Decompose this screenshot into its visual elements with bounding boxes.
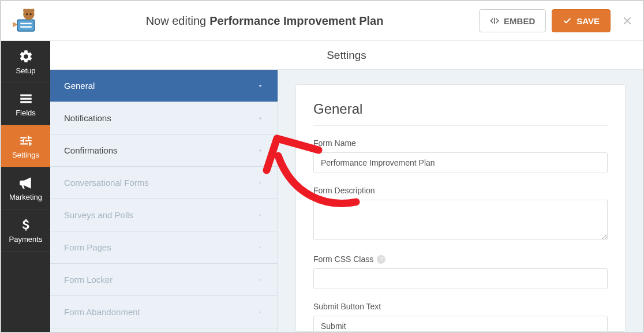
settings-item-label: Confirmations bbox=[64, 145, 118, 155]
nav-label: Setup bbox=[16, 66, 36, 75]
code-icon bbox=[490, 16, 499, 25]
form-css-label: Form CSS Class ? bbox=[313, 255, 608, 264]
submit-button-label: Submit Button Text bbox=[313, 302, 608, 311]
chevron-down-icon bbox=[257, 83, 264, 89]
top-actions: EMBED SAVE bbox=[479, 9, 613, 32]
nav-label: Payments bbox=[9, 235, 43, 244]
editing-title: Now editing Performance Improvement Plan bbox=[50, 14, 479, 28]
top-bar: Now editing Performance Improvement Plan… bbox=[1, 1, 643, 41]
settings-item-form-abandonment[interactable]: Form Abandonment bbox=[50, 296, 278, 328]
svg-rect-0 bbox=[17, 20, 34, 31]
content-title: Settings bbox=[50, 41, 643, 70]
chevron-right-icon bbox=[257, 179, 264, 186]
form-css-row: Form CSS Class ? bbox=[313, 255, 608, 289]
save-button[interactable]: SAVE bbox=[552, 9, 611, 32]
divider bbox=[313, 125, 608, 126]
settings-item-surveys-and-polls[interactable]: Surveys and Polls bbox=[50, 199, 278, 231]
list-icon bbox=[18, 91, 33, 106]
content-title-text: Settings bbox=[327, 49, 366, 62]
form-name-input[interactable] bbox=[313, 152, 608, 173]
editing-prefix: Now editing bbox=[146, 14, 207, 28]
chevron-right-icon bbox=[257, 309, 264, 316]
settings-item-label: Conversational Forms bbox=[64, 178, 149, 188]
chevron-right-icon bbox=[257, 276, 264, 283]
help-icon[interactable]: ? bbox=[377, 255, 385, 264]
settings-item-general[interactable]: General bbox=[50, 70, 278, 102]
chevron-right-icon bbox=[257, 244, 264, 251]
settings-item-label: General bbox=[64, 81, 95, 91]
nav-label: Settings bbox=[12, 151, 39, 159]
svg-point-5 bbox=[31, 9, 35, 13]
bullhorn-icon bbox=[18, 175, 33, 190]
check-icon bbox=[563, 16, 572, 25]
svg-point-4 bbox=[23, 9, 27, 13]
form-css-input[interactable] bbox=[313, 268, 608, 289]
nav-fields[interactable]: Fields bbox=[1, 83, 50, 125]
dollar-icon bbox=[18, 218, 33, 233]
content-area: Settings GeneralNotificationsConfirmatio… bbox=[50, 41, 643, 332]
gear-icon bbox=[18, 49, 33, 64]
settings-item-label: Surveys and Polls bbox=[64, 210, 133, 220]
nav-payments[interactable]: Payments bbox=[1, 209, 50, 252]
close-button[interactable] bbox=[613, 14, 642, 27]
save-label: SAVE bbox=[576, 16, 600, 26]
form-name-label: Form Name bbox=[313, 139, 608, 148]
form-description-label: Form Description bbox=[313, 186, 608, 195]
main-area: Setup Fields Settings Marketing Payments bbox=[1, 41, 643, 332]
submit-button-input[interactable] bbox=[313, 316, 608, 332]
settings-item-form-pages[interactable]: Form Pages bbox=[50, 231, 278, 264]
builder-nav: Setup Fields Settings Marketing Payments bbox=[1, 41, 50, 332]
form-css-label-text: Form CSS Class bbox=[313, 255, 373, 264]
settings-item-label: Form Abandonment bbox=[64, 307, 140, 317]
settings-item-label: Form Pages bbox=[64, 242, 111, 252]
wpforms-logo-icon bbox=[11, 6, 41, 36]
settings-item-notifications[interactable]: Notifications bbox=[50, 102, 278, 134]
general-heading: General bbox=[313, 101, 608, 117]
editing-form-name: Performance Improvement Plan bbox=[209, 14, 383, 28]
svg-point-6 bbox=[26, 13, 28, 15]
nav-settings[interactable]: Settings bbox=[1, 125, 50, 167]
chevron-right-icon bbox=[257, 212, 264, 219]
settings-item-form-locker[interactable]: Form Locker bbox=[50, 264, 278, 296]
close-icon bbox=[621, 14, 634, 27]
embed-button[interactable]: EMBED bbox=[479, 9, 546, 32]
form-description-input[interactable] bbox=[313, 200, 608, 240]
settings-panel: GeneralNotificationsConfirmationsConvers… bbox=[50, 70, 278, 332]
submit-button-row: Submit Button Text bbox=[313, 302, 608, 332]
nav-marketing[interactable]: Marketing bbox=[1, 167, 50, 209]
nav-setup[interactable]: Setup bbox=[1, 41, 50, 83]
form-name-row: Form Name bbox=[313, 139, 608, 173]
svg-point-7 bbox=[29, 13, 31, 15]
form-description-row: Form Description bbox=[313, 186, 608, 242]
right-panel: General Form Name Form Description bbox=[278, 70, 643, 332]
settings-item-label: Notifications bbox=[64, 113, 111, 123]
nav-label: Marketing bbox=[9, 193, 42, 201]
chevron-right-icon bbox=[257, 115, 264, 122]
settings-item-confirmations[interactable]: Confirmations bbox=[50, 134, 278, 167]
sliders-icon bbox=[18, 133, 33, 148]
general-card: General Form Name Form Description bbox=[295, 84, 626, 332]
embed-label: EMBED bbox=[504, 16, 535, 26]
app-logo bbox=[1, 1, 50, 41]
content-body: GeneralNotificationsConfirmationsConvers… bbox=[50, 70, 643, 332]
nav-label: Fields bbox=[16, 108, 36, 117]
settings-item-conversational-forms[interactable]: Conversational Forms bbox=[50, 167, 278, 199]
chevron-right-icon bbox=[257, 147, 264, 154]
settings-item-label: Form Locker bbox=[64, 275, 113, 285]
